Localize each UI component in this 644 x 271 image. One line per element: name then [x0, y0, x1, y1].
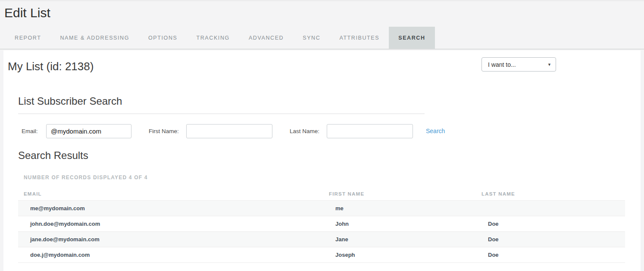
last-name-cell: Doe [476, 247, 625, 262]
tab-bar: REPORTNAME & ADDRESSINGOPTIONSTRACKINGAD… [0, 27, 644, 50]
tab-report[interactable]: REPORT [5, 27, 50, 49]
table-row: doe.j@mydomain.comJosephDoe [18, 247, 625, 262]
tab-search[interactable]: SEARCH [389, 27, 435, 49]
tab-options[interactable]: OPTIONS [139, 27, 187, 49]
table-row: jane.doe@mydomain.comJaneDoe [18, 231, 625, 247]
search-results-table: EMAIL FIRST NAME LAST NAME me@mydomain.c… [18, 188, 625, 263]
tab-name-addressing[interactable]: NAME & ADDRESSING [50, 27, 139, 49]
first-name-cell: Jane [323, 231, 476, 247]
table-row: john.doe@mydomain.comJohnDoe [18, 216, 625, 231]
first-name-field[interactable] [186, 124, 272, 138]
email-cell: john.doe@mydomain.com [18, 216, 323, 231]
heading-divider [18, 113, 425, 114]
column-header-last-name: LAST NAME [476, 188, 625, 200]
last-name-cell: Doe [476, 216, 625, 231]
table-row: me@mydomain.comme [18, 200, 625, 216]
records-summary: NUMBER OF RECORDS DISPLAYED 4 OF 4 [24, 174, 148, 181]
column-header-first-name: FIRST NAME [323, 188, 476, 200]
tab-sync[interactable]: SYNC [293, 27, 330, 49]
first-name-label: First Name: [149, 124, 179, 138]
last-name-cell [476, 200, 625, 216]
table-header-row: EMAIL FIRST NAME LAST NAME [18, 188, 625, 200]
edit-list-page: { "page": { "title": "Edit List" }, "tab… [0, 0, 644, 271]
i-want-to-dropdown[interactable]: I want to... ▼ [481, 57, 556, 72]
tab-tracking[interactable]: TRACKING [187, 27, 239, 49]
email-cell: doe.j@mydomain.com [18, 247, 323, 262]
tab-attributes[interactable]: ATTRIBUTES [330, 27, 389, 49]
dropdown-selected-value: I want to... [482, 61, 547, 68]
first-name-cell: me [323, 200, 476, 216]
caret-down-icon: ▼ [547, 62, 556, 67]
last-name-label: Last Name: [290, 124, 319, 138]
table-body: me@mydomain.commejohn.doe@mydomain.comJo… [18, 200, 625, 262]
first-name-cell: John [323, 216, 476, 231]
column-header-email: EMAIL [18, 188, 323, 200]
email-label: Email: [22, 124, 38, 138]
last-name-field[interactable] [327, 124, 413, 138]
search-results-heading: Search Results [18, 150, 88, 162]
content-panel: My List (id: 2138) I want to... ▼ List S… [3, 50, 641, 271]
subscriber-search-form: Email: First Name: Last Name: Search [3, 124, 641, 138]
subscriber-search-heading: List Subscriber Search [18, 95, 122, 107]
email-cell: jane.doe@mydomain.com [18, 231, 323, 247]
email-cell: me@mydomain.com [18, 200, 323, 216]
first-name-cell: Joseph [323, 247, 476, 262]
search-button[interactable]: Search [426, 124, 445, 138]
email-field[interactable] [46, 124, 131, 138]
last-name-cell: Doe [476, 231, 625, 247]
list-title: My List (id: 2138) [8, 60, 94, 73]
tab-advanced[interactable]: ADVANCED [239, 27, 293, 49]
page-title: Edit List [4, 6, 50, 20]
